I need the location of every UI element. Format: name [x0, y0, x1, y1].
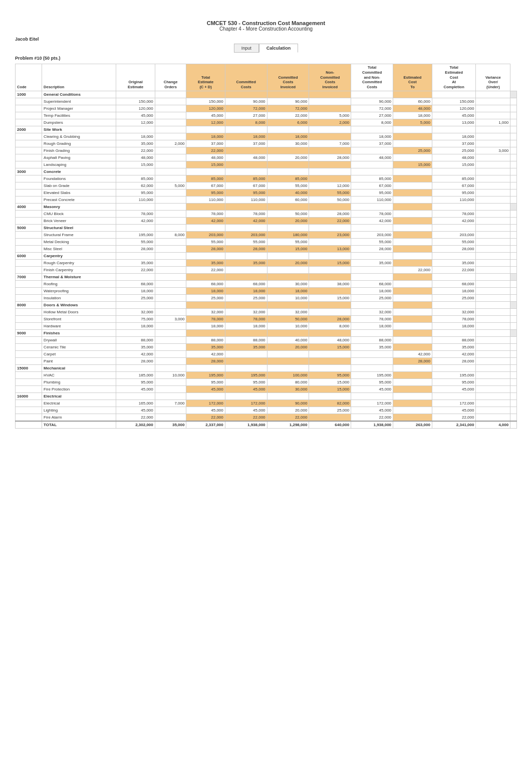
cell-total-est-complete — [432, 224, 476, 231]
cell-code — [16, 154, 42, 161]
cell-committed-inv: 55,000 — [267, 238, 309, 245]
cell-code: 4000 — [16, 203, 42, 210]
cell-non-committed — [309, 105, 351, 112]
cell-total-est: 22,000 — [186, 266, 225, 273]
cell-variance — [476, 385, 510, 393]
cell-variance — [476, 210, 510, 217]
cell-code — [16, 343, 42, 350]
cell-non-committed — [309, 273, 351, 280]
cell-change — [155, 259, 186, 266]
cell-desc: Waterproofing — [42, 287, 116, 294]
cell-total-est-complete: 68,000 — [432, 280, 476, 287]
cell-orig — [116, 203, 155, 210]
cell-total-committed: 28,000 — [351, 245, 393, 252]
cell-committed-inv — [267, 364, 309, 371]
table-row: 5000Structural Steel — [16, 224, 517, 231]
undefined — [510, 350, 517, 357]
cell-orig: 28,000 — [116, 357, 155, 364]
cell-change — [155, 126, 186, 133]
cell-total-committed: 37,000 — [351, 140, 393, 147]
cell-total-est-complete: 120,000 — [432, 105, 476, 112]
cell-change — [155, 238, 186, 245]
undefined — [510, 308, 517, 315]
cell-code — [16, 189, 42, 196]
cell-desc: Fire Protection — [42, 385, 116, 393]
cell-total-est-complete: 150,000 — [432, 98, 476, 105]
cell-est-cost-to — [393, 189, 432, 196]
cell-orig: 75,000 — [116, 315, 155, 322]
table-row: Fire Protection45,00045,00045,00030,0001… — [16, 385, 517, 393]
table-row: Dumpsters12,00012,0008,0006,0002,0008,00… — [16, 119, 517, 126]
cell-variance — [476, 259, 510, 266]
cell-code — [16, 287, 42, 294]
cell-total-committed — [351, 393, 393, 400]
cell-total-committed — [351, 252, 393, 259]
cell-change — [155, 393, 186, 400]
table-row: Rough Grading35,0002,00037,00037,00030,0… — [16, 140, 517, 147]
cell-total-est: 195,000 — [186, 371, 225, 378]
cell-change — [155, 378, 186, 385]
undefined — [510, 393, 517, 400]
table-row: Asphalt Paving48,00048,00048,00020,00028… — [16, 154, 517, 161]
cell-total-est-complete: 48,000 — [432, 154, 476, 161]
undefined — [510, 140, 517, 147]
cell-orig: 62,000 — [116, 182, 155, 189]
cell-code — [16, 280, 42, 287]
cell-est-cost-to — [393, 231, 432, 238]
undefined — [510, 196, 517, 203]
cell-total-est: 110,000 — [186, 196, 225, 203]
cell-total-committed — [351, 357, 393, 364]
cell-est-cost-to — [393, 182, 432, 189]
undefined — [510, 210, 517, 217]
cell-desc: Finish Grading — [42, 147, 116, 154]
cell-est-cost-to: 48,000 — [393, 105, 432, 112]
cell-change — [155, 147, 186, 154]
cell-est-cost-to — [393, 196, 432, 203]
cell-total-committed: 35,000 — [351, 259, 393, 266]
cell-code — [16, 175, 42, 182]
cell-committed-inv — [267, 301, 309, 308]
cell-total-committed — [351, 91, 393, 98]
undefined — [510, 336, 517, 343]
total-committed-inv: 1,298,000 — [267, 421, 309, 429]
cell-orig — [116, 364, 155, 371]
cell-variance — [476, 357, 510, 364]
cell-desc: Landscaping — [42, 161, 116, 168]
cell-committed: 18,000 — [225, 322, 267, 329]
cell-committed-inv: 80,000 — [267, 378, 309, 385]
cell-est-cost-to — [393, 393, 432, 400]
cell-orig: 18,000 — [116, 133, 155, 140]
table-row: Electrical165,0007,000172,000172,00090,0… — [16, 400, 517, 407]
undefined — [510, 329, 517, 336]
cell-total-est-complete: 95,000 — [432, 378, 476, 385]
tab-input[interactable]: Input — [234, 44, 259, 53]
undefined — [510, 315, 517, 322]
cell-committed-inv — [267, 161, 309, 168]
cell-est-cost-to — [393, 322, 432, 329]
tab-calculation[interactable]: Calculation — [259, 44, 299, 53]
table-row: HVAC185,00010,000195,000195,000100,00095… — [16, 371, 517, 378]
cell-total-committed: 18,000 — [351, 322, 393, 329]
cell-non-committed — [309, 350, 351, 357]
undefined — [510, 414, 517, 421]
table-row: 8000Doors & Windows — [16, 301, 517, 308]
cell-code — [16, 266, 42, 273]
col-header-variance: VarianceOver/(Under) — [476, 64, 510, 91]
cell-est-cost-to — [393, 280, 432, 287]
undefined — [510, 238, 517, 245]
cell-variance — [476, 231, 510, 238]
cell-change — [155, 168, 186, 175]
cell-total-est — [186, 301, 225, 308]
cell-non-committed — [309, 301, 351, 308]
cell-change — [155, 224, 186, 231]
cell-orig: 25,000 — [116, 294, 155, 301]
cell-committed-inv: 50,000 — [267, 210, 309, 217]
table-row: 3000Concrete — [16, 168, 517, 175]
undefined — [510, 385, 517, 393]
cell-variance — [476, 407, 510, 414]
cell-change — [155, 266, 186, 273]
cell-orig: 42,000 — [116, 350, 155, 357]
sub-title: Chapter 4 - More Construction Accounting — [15, 26, 517, 32]
cell-variance — [476, 322, 510, 329]
cell-total-committed: 18,000 — [351, 133, 393, 140]
